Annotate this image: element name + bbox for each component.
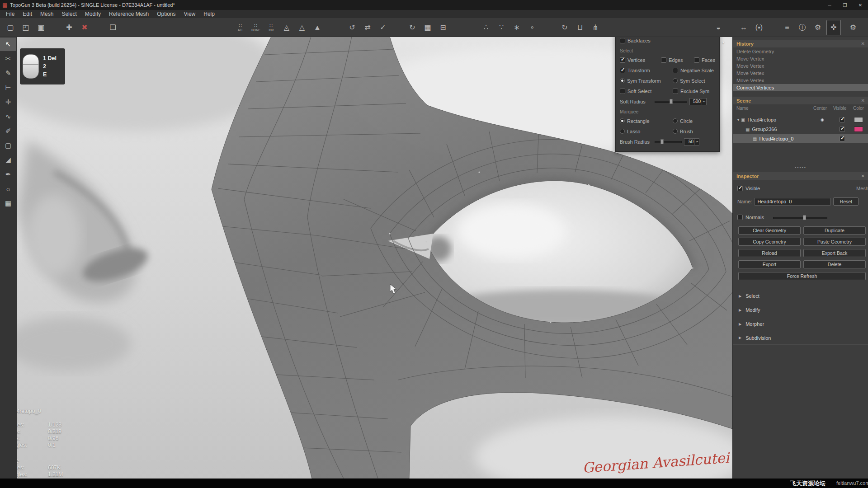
delete-icon[interactable]: ✖ bbox=[78, 20, 91, 35]
weld-cut-tool-icon[interactable]: ✂ bbox=[0, 52, 16, 66]
circle-radio[interactable] bbox=[673, 118, 678, 123]
lasso-radio[interactable] bbox=[620, 129, 625, 134]
color-swatch[interactable] bbox=[854, 117, 863, 122]
visible-checkbox[interactable] bbox=[840, 117, 845, 122]
create-edge-tool-icon[interactable]: ✎ bbox=[0, 66, 16, 80]
close-icon[interactable]: ✕ bbox=[861, 41, 865, 46]
menu-options[interactable]: Options bbox=[153, 10, 179, 18]
menu-modify[interactable]: Modify bbox=[81, 10, 105, 18]
close-icon[interactable]: ✕ bbox=[861, 174, 865, 178]
history-item[interactable]: Connect Vertices bbox=[733, 84, 868, 91]
sym-select-radio[interactable] bbox=[673, 78, 678, 83]
scene-row[interactable]: ▾ ▣ Head4retopo ◉ bbox=[733, 115, 868, 124]
circle-tool-icon[interactable]: ○ bbox=[0, 182, 16, 196]
panel-resize-handle[interactable]: ••••• bbox=[733, 166, 868, 169]
history-item[interactable]: Move Vertex bbox=[733, 62, 868, 70]
transform-tool-icon[interactable]: ✛ bbox=[0, 95, 16, 109]
center-indicator[interactable]: ◉ bbox=[818, 117, 827, 122]
delete-button[interactable]: Delete bbox=[803, 260, 866, 268]
soft-select-checkbox[interactable] bbox=[620, 89, 625, 94]
fill-face-icon[interactable]: ∗ bbox=[510, 20, 524, 35]
edges-checkbox[interactable] bbox=[661, 57, 666, 63]
history-item[interactable]: Delete Geometry bbox=[733, 48, 868, 55]
duplicate-button[interactable]: Duplicate bbox=[803, 226, 866, 235]
section-modify[interactable]: ▶ Modify bbox=[733, 303, 868, 317]
grid-tool-icon[interactable]: ▦ bbox=[0, 197, 16, 210]
rotate-view-icon[interactable]: ↻ bbox=[406, 20, 419, 35]
name-input[interactable] bbox=[755, 198, 830, 206]
reset-button[interactable]: Reset bbox=[833, 197, 859, 206]
reload-button[interactable]: Reload bbox=[738, 249, 801, 257]
tubes-tool-icon[interactable]: ∿ bbox=[0, 110, 16, 123]
brush-radio[interactable] bbox=[673, 129, 678, 134]
menu-file[interactable]: File bbox=[2, 10, 19, 18]
maximize-button[interactable]: ❐ bbox=[837, 0, 853, 10]
select-move-tool-icon[interactable]: ↖ bbox=[0, 38, 16, 51]
relax-icon[interactable]: ↺ bbox=[345, 20, 359, 35]
history-item[interactable]: Move Vertex bbox=[733, 55, 868, 62]
rectangle-radio[interactable] bbox=[620, 118, 625, 123]
history-item[interactable]: Move Vertex bbox=[733, 70, 868, 77]
bevel-tool-icon[interactable]: ◢ bbox=[0, 153, 16, 167]
info-panel-icon[interactable]: ⓘ bbox=[796, 20, 809, 35]
transform-checkbox[interactable] bbox=[620, 68, 625, 73]
soft-radius-spinner[interactable]: 500▴▾ bbox=[689, 98, 707, 105]
negative-scale-checkbox[interactable] bbox=[673, 68, 678, 73]
export-reference-icon[interactable]: ❏ bbox=[106, 20, 120, 35]
merge-vertex-icon[interactable]: ∵ bbox=[495, 20, 508, 35]
close-icon[interactable]: ✕ bbox=[861, 98, 865, 103]
visible-checkbox[interactable] bbox=[840, 127, 845, 132]
menu-view[interactable]: View bbox=[179, 10, 199, 18]
bake-pot-icon[interactable]: ◒ bbox=[712, 20, 725, 35]
preferences-gear-icon[interactable]: ⚙ bbox=[846, 20, 860, 35]
shrink-selection-icon[interactable]: △ bbox=[295, 20, 309, 35]
pen-tool-icon[interactable]: ✒ bbox=[0, 168, 16, 181]
paste-geometry-button[interactable]: Paste Geometry bbox=[803, 238, 866, 246]
grid-snap-icon[interactable]: ▦ bbox=[421, 20, 434, 35]
dock-panel-icon[interactable]: (▪) bbox=[752, 20, 766, 35]
visible-checkbox[interactable] bbox=[840, 136, 845, 141]
select-none-icon[interactable]: ∷NONE bbox=[249, 20, 263, 35]
expand-panel-icon[interactable]: ↔ bbox=[737, 20, 750, 35]
brush-tool-icon[interactable]: ✐ bbox=[0, 124, 16, 138]
export-back-button[interactable]: Export Back bbox=[803, 249, 866, 257]
force-refresh-button[interactable]: Force Refresh bbox=[738, 272, 866, 280]
section-select[interactable]: ▶ Select bbox=[733, 289, 868, 303]
close-button[interactable]: ✕ bbox=[853, 0, 868, 10]
section-subdivision[interactable]: ▶ Subdivision bbox=[733, 331, 868, 345]
faces-checkbox[interactable] bbox=[694, 57, 699, 63]
copy-geometry-button[interactable]: Copy Geometry bbox=[738, 238, 801, 246]
soft-radius-slider[interactable] bbox=[655, 99, 687, 104]
normals-slider[interactable] bbox=[773, 215, 827, 220]
scene-row[interactable]: ▦ Head4retopo_0 bbox=[733, 134, 868, 143]
section-morpher[interactable]: ▶ Morpher bbox=[733, 317, 868, 331]
menu-select[interactable]: Select bbox=[57, 10, 80, 18]
outliner-panel-icon[interactable]: ≡ bbox=[780, 20, 794, 35]
normals-checkbox[interactable] bbox=[737, 215, 743, 220]
grow-selection-icon[interactable]: ◬ bbox=[280, 20, 293, 35]
path-tool-icon[interactable]: ∘ bbox=[525, 20, 539, 35]
symmetry-tool-icon[interactable]: ⊢ bbox=[0, 81, 16, 94]
refresh-icon[interactable]: ↻ bbox=[558, 20, 571, 35]
split-vertex-icon[interactable]: ∴ bbox=[479, 20, 493, 35]
scene-settings-icon[interactable]: ⚙ bbox=[811, 20, 825, 35]
layers-icon[interactable]: ⊟ bbox=[436, 20, 450, 35]
brush-radius-slider[interactable] bbox=[655, 139, 682, 144]
backfaces-checkbox[interactable] bbox=[620, 38, 625, 43]
brush-radius-spinner[interactable]: 50▴▾ bbox=[684, 138, 699, 145]
inspector-visible-checkbox[interactable] bbox=[737, 186, 743, 191]
fill-selection-icon[interactable]: ▲ bbox=[311, 20, 324, 35]
tool-options-panel-icon[interactable]: ✜ bbox=[826, 20, 841, 35]
vertices-checkbox[interactable] bbox=[620, 57, 625, 63]
history-item[interactable]: Move Vertex bbox=[733, 77, 868, 84]
menu-help[interactable]: Help bbox=[199, 10, 219, 18]
select-invert-icon[interactable]: ∷INV bbox=[264, 20, 278, 35]
sym-transform-radio[interactable] bbox=[620, 78, 625, 83]
apply-check-icon[interactable]: ✓ bbox=[376, 20, 390, 35]
menu-reference-mesh[interactable]: Reference Mesh bbox=[105, 10, 153, 18]
export-button[interactable]: Export bbox=[738, 260, 801, 268]
pitchfork-tools-icon[interactable]: ⋔ bbox=[589, 20, 602, 35]
swap-edge-icon[interactable]: ⇄ bbox=[361, 20, 374, 35]
add-icon[interactable]: ✚ bbox=[62, 20, 76, 35]
select-all-icon[interactable]: ∷ALL bbox=[234, 20, 247, 35]
